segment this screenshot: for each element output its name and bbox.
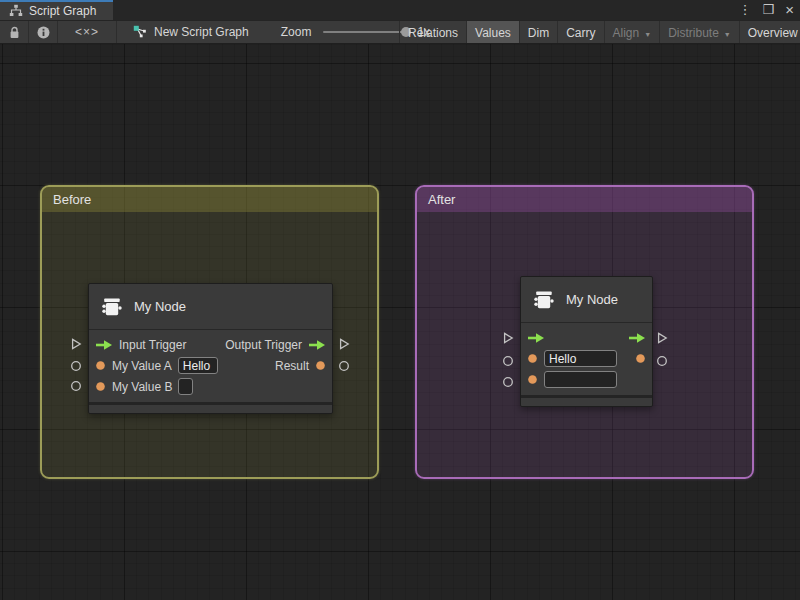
tab-label: Script Graph (29, 3, 96, 18)
code-toggle-button[interactable]: <×> (58, 21, 117, 43)
relations-button[interactable]: Relations (400, 21, 467, 44)
node-footer (521, 395, 652, 406)
tab-accent-line (0, 0, 113, 2)
value-b-input[interactable] (544, 371, 617, 388)
chevron-down-icon: ▼ (724, 29, 731, 38)
node-before-header[interactable]: My Node (89, 284, 332, 330)
value-input-port-icon[interactable] (527, 353, 538, 364)
flow-output-connector-icon[interactable] (337, 337, 351, 351)
value-input-port-icon[interactable] (95, 381, 106, 392)
graph-canvas[interactable]: Before After My Node (0, 44, 800, 600)
port-row (521, 348, 652, 369)
port-label: Input Trigger (119, 338, 186, 352)
node-title: My Node (134, 299, 186, 314)
port-row (521, 369, 652, 390)
flow-output-port-icon[interactable] (308, 339, 326, 351)
port-row (521, 327, 652, 348)
port-label: Output Trigger (225, 338, 302, 352)
values-button[interactable]: Values (467, 21, 520, 44)
value-input-connector-icon[interactable] (69, 379, 83, 393)
node-before[interactable]: My Node Input Trigger Output Trigger (88, 283, 333, 414)
value-input-port-icon[interactable] (95, 360, 106, 371)
port-row: My Value A Result (89, 355, 332, 376)
toolbar-toggle-group: Relations Values Dim Carry Align ▼ Distr… (399, 21, 800, 44)
info-button[interactable] (29, 21, 58, 43)
value-output-connector-icon[interactable] (337, 359, 351, 373)
menu-dots-icon[interactable]: ⋮ (739, 0, 752, 20)
zoom-slider[interactable] (323, 31, 409, 33)
value-input-port-icon[interactable] (527, 374, 538, 385)
node-after[interactable]: My Node (520, 276, 653, 407)
info-icon (37, 26, 50, 39)
value-output-port-icon[interactable] (635, 353, 646, 364)
port-label: My Value B (112, 380, 172, 394)
unit-node-icon (101, 297, 123, 317)
zoom-label: Zoom (281, 25, 312, 39)
align-dropdown[interactable]: Align ▼ (605, 21, 661, 44)
unit-node-icon (533, 290, 555, 310)
graph-breadcrumb[interactable]: New Script Graph (133, 21, 249, 43)
flow-input-port-icon[interactable] (95, 339, 113, 351)
tab-script-graph[interactable]: Script Graph (0, 0, 113, 20)
chevron-down-icon: ▼ (644, 29, 651, 38)
node-before-body: Input Trigger Output Trigger My Value A (89, 330, 332, 402)
flow-input-port-icon[interactable] (527, 332, 545, 344)
hierarchy-icon (9, 4, 23, 17)
dim-button[interactable]: Dim (520, 21, 558, 44)
flow-output-port-icon[interactable] (628, 332, 646, 344)
node-footer (89, 402, 332, 413)
port-label: Result (275, 359, 309, 373)
close-icon[interactable]: × (785, 0, 794, 20)
value-output-port-icon[interactable] (315, 360, 326, 371)
node-after-header[interactable]: My Node (521, 277, 652, 323)
value-b-input[interactable] (178, 378, 193, 395)
flow-input-connector-icon[interactable] (501, 331, 515, 345)
group-before-header[interactable]: Before (42, 187, 377, 212)
node-title: My Node (566, 292, 618, 307)
value-a-input[interactable] (544, 350, 617, 367)
graph-nodes-icon (133, 25, 147, 39)
distribute-dropdown[interactable]: Distribute ▼ (660, 21, 740, 44)
overview-button[interactable]: Overview (740, 21, 800, 44)
port-row: Input Trigger Output Trigger (89, 334, 332, 355)
port-label: My Value A (112, 359, 172, 373)
tab-bar: Script Graph ⋮ ❒ × (0, 0, 800, 20)
group-after-header[interactable]: After (417, 187, 752, 212)
value-input-connector-icon[interactable] (501, 354, 515, 368)
graph-name: New Script Graph (154, 25, 249, 39)
carry-button[interactable]: Carry (558, 21, 604, 44)
value-a-input[interactable] (178, 357, 218, 374)
value-input-connector-icon[interactable] (501, 375, 515, 389)
window-controls: ⋮ ❒ × (739, 0, 794, 20)
flow-input-connector-icon[interactable] (69, 337, 83, 351)
value-output-connector-icon[interactable] (655, 354, 669, 368)
port-row: My Value B (89, 376, 332, 397)
lock-button[interactable] (0, 21, 29, 43)
value-input-connector-icon[interactable] (69, 359, 83, 373)
toolbar: <×> New Script Graph Zoom 1x Relations V… (0, 20, 800, 44)
lock-icon (9, 26, 20, 39)
maximize-icon[interactable]: ❒ (763, 0, 775, 20)
flow-output-connector-icon[interactable] (655, 331, 669, 345)
node-after-body (521, 323, 652, 395)
script-graph-window: Script Graph ⋮ ❒ × <×> (0, 0, 800, 600)
